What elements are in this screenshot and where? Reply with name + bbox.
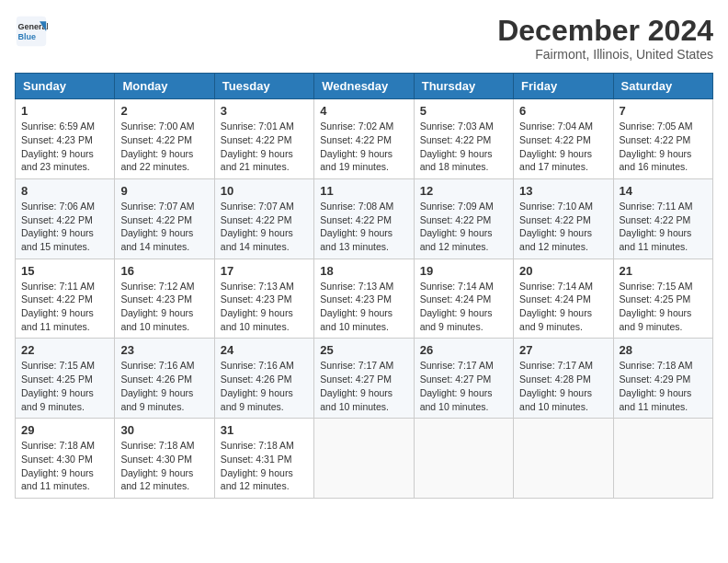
day-number: 30 (120, 423, 208, 437)
day-of-week-header: Saturday (613, 74, 712, 99)
calendar-cell: 29Sunrise: 7:18 AMSunset: 4:30 PMDayligh… (16, 419, 115, 499)
calendar-cell: 23Sunrise: 7:16 AMSunset: 4:26 PMDayligh… (115, 339, 214, 419)
day-number: 20 (519, 264, 607, 278)
day-number: 28 (620, 343, 707, 357)
day-number: 18 (320, 264, 407, 278)
calendar-cell: 7Sunrise: 7:05 AMSunset: 4:22 PMDaylight… (613, 99, 712, 179)
day-number: 27 (519, 343, 607, 357)
calendar-cell: 22Sunrise: 7:15 AMSunset: 4:25 PMDayligh… (16, 339, 115, 419)
calendar-cell (613, 419, 712, 499)
day-number: 21 (620, 264, 707, 278)
day-info: Sunrise: 7:06 AMSunset: 4:22 PMDaylight:… (21, 200, 108, 254)
day-info: Sunrise: 7:04 AMSunset: 4:22 PMDaylight:… (519, 120, 607, 174)
day-info: Sunrise: 7:14 AMSunset: 4:24 PMDaylight:… (519, 280, 607, 334)
day-info: Sunrise: 7:09 AMSunset: 4:22 PMDaylight:… (420, 200, 507, 254)
day-number: 11 (320, 184, 407, 198)
calendar-cell: 27Sunrise: 7:17 AMSunset: 4:28 PMDayligh… (514, 339, 613, 419)
day-info: Sunrise: 6:59 AMSunset: 4:23 PMDaylight:… (21, 120, 108, 174)
day-info: Sunrise: 7:13 AMSunset: 4:23 PMDaylight:… (320, 280, 407, 334)
calendar-cell: 3Sunrise: 7:01 AMSunset: 4:22 PMDaylight… (214, 99, 313, 179)
calendar-cell (414, 419, 513, 499)
svg-text:Blue: Blue (18, 32, 37, 41)
day-number: 25 (320, 343, 407, 357)
day-number: 26 (420, 343, 507, 357)
day-info: Sunrise: 7:07 AMSunset: 4:22 PMDaylight:… (120, 200, 208, 254)
day-info: Sunrise: 7:12 AMSunset: 4:23 PMDaylight:… (120, 280, 208, 334)
calendar-cell: 6Sunrise: 7:04 AMSunset: 4:22 PMDaylight… (514, 99, 613, 179)
calendar-cell: 25Sunrise: 7:17 AMSunset: 4:27 PMDayligh… (314, 339, 414, 419)
day-number: 16 (120, 264, 208, 278)
logo-icon: General Blue (15, 15, 48, 48)
day-of-week-header: Tuesday (214, 74, 313, 99)
calendar-table: SundayMondayTuesdayWednesdayThursdayFrid… (15, 73, 713, 499)
calendar-week-row: 15Sunrise: 7:11 AMSunset: 4:22 PMDayligh… (16, 259, 713, 339)
day-info: Sunrise: 7:16 AMSunset: 4:26 PMDaylight:… (221, 359, 308, 413)
calendar-cell: 24Sunrise: 7:16 AMSunset: 4:26 PMDayligh… (214, 339, 313, 419)
calendar-cell: 1Sunrise: 6:59 AMSunset: 4:23 PMDaylight… (16, 99, 115, 179)
day-number: 4 (320, 104, 407, 118)
day-info: Sunrise: 7:11 AMSunset: 4:22 PMDaylight:… (21, 280, 108, 334)
day-number: 9 (120, 184, 208, 198)
calendar-cell: 4Sunrise: 7:02 AMSunset: 4:22 PMDaylight… (314, 99, 414, 179)
day-info: Sunrise: 7:15 AMSunset: 4:25 PMDaylight:… (620, 280, 707, 334)
calendar-week-row: 1Sunrise: 6:59 AMSunset: 4:23 PMDaylight… (16, 99, 713, 179)
day-number: 8 (21, 184, 108, 198)
month-title: December 2024 (497, 15, 713, 47)
calendar-header-row: SundayMondayTuesdayWednesdayThursdayFrid… (16, 74, 713, 99)
day-of-week-header: Friday (514, 74, 613, 99)
day-number: 7 (620, 104, 707, 118)
calendar-cell: 19Sunrise: 7:14 AMSunset: 4:24 PMDayligh… (414, 259, 513, 339)
calendar-cell: 18Sunrise: 7:13 AMSunset: 4:23 PMDayligh… (314, 259, 414, 339)
calendar-cell: 8Sunrise: 7:06 AMSunset: 4:22 PMDaylight… (16, 178, 115, 259)
day-number: 10 (221, 184, 308, 198)
day-number: 1 (21, 104, 108, 118)
calendar-cell (514, 419, 613, 499)
day-info: Sunrise: 7:18 AMSunset: 4:30 PMDaylight:… (21, 439, 108, 493)
calendar-cell: 20Sunrise: 7:14 AMSunset: 4:24 PMDayligh… (514, 259, 613, 339)
day-number: 13 (519, 184, 607, 198)
page-header: General Blue December 2024 Fairmont, Ill… (15, 15, 713, 62)
day-number: 12 (420, 184, 507, 198)
day-of-week-header: Monday (115, 74, 214, 99)
day-info: Sunrise: 7:15 AMSunset: 4:25 PMDaylight:… (21, 359, 108, 413)
calendar-cell: 21Sunrise: 7:15 AMSunset: 4:25 PMDayligh… (613, 259, 712, 339)
day-info: Sunrise: 7:01 AMSunset: 4:22 PMDaylight:… (221, 120, 308, 174)
day-info: Sunrise: 7:16 AMSunset: 4:26 PMDaylight:… (120, 359, 208, 413)
day-of-week-header: Wednesday (314, 74, 414, 99)
calendar-cell: 9Sunrise: 7:07 AMSunset: 4:22 PMDaylight… (115, 178, 214, 259)
calendar-cell: 10Sunrise: 7:07 AMSunset: 4:22 PMDayligh… (214, 178, 313, 259)
day-info: Sunrise: 7:17 AMSunset: 4:28 PMDaylight:… (519, 359, 607, 413)
day-number: 5 (420, 104, 507, 118)
calendar-week-row: 22Sunrise: 7:15 AMSunset: 4:25 PMDayligh… (16, 339, 713, 419)
day-info: Sunrise: 7:17 AMSunset: 4:27 PMDaylight:… (320, 359, 407, 413)
calendar-cell: 12Sunrise: 7:09 AMSunset: 4:22 PMDayligh… (414, 178, 513, 259)
day-number: 23 (120, 343, 208, 357)
day-number: 15 (21, 264, 108, 278)
day-number: 24 (221, 343, 308, 357)
calendar-week-row: 8Sunrise: 7:06 AMSunset: 4:22 PMDaylight… (16, 178, 713, 259)
day-of-week-header: Thursday (414, 74, 513, 99)
day-number: 31 (221, 423, 308, 437)
calendar-cell: 31Sunrise: 7:18 AMSunset: 4:31 PMDayligh… (214, 419, 313, 499)
day-info: Sunrise: 7:08 AMSunset: 4:22 PMDaylight:… (320, 200, 407, 254)
day-info: Sunrise: 7:13 AMSunset: 4:23 PMDaylight:… (221, 280, 308, 334)
day-number: 2 (120, 104, 208, 118)
calendar-cell: 15Sunrise: 7:11 AMSunset: 4:22 PMDayligh… (16, 259, 115, 339)
calendar-cell (314, 419, 414, 499)
day-info: Sunrise: 7:11 AMSunset: 4:22 PMDaylight:… (620, 200, 707, 254)
calendar-cell: 11Sunrise: 7:08 AMSunset: 4:22 PMDayligh… (314, 178, 414, 259)
calendar-cell: 30Sunrise: 7:18 AMSunset: 4:30 PMDayligh… (115, 419, 214, 499)
calendar-cell: 14Sunrise: 7:11 AMSunset: 4:22 PMDayligh… (613, 178, 712, 259)
day-number: 29 (21, 423, 108, 437)
calendar-cell: 17Sunrise: 7:13 AMSunset: 4:23 PMDayligh… (214, 259, 313, 339)
calendar-cell: 26Sunrise: 7:17 AMSunset: 4:27 PMDayligh… (414, 339, 513, 419)
day-info: Sunrise: 7:17 AMSunset: 4:27 PMDaylight:… (420, 359, 507, 413)
day-info: Sunrise: 7:18 AMSunset: 4:31 PMDaylight:… (221, 439, 308, 493)
day-number: 19 (420, 264, 507, 278)
calendar-cell: 13Sunrise: 7:10 AMSunset: 4:22 PMDayligh… (514, 178, 613, 259)
day-info: Sunrise: 7:10 AMSunset: 4:22 PMDaylight:… (519, 200, 607, 254)
logo: General Blue (15, 15, 48, 48)
day-info: Sunrise: 7:05 AMSunset: 4:22 PMDaylight:… (620, 120, 707, 174)
day-number: 17 (221, 264, 308, 278)
day-number: 22 (21, 343, 108, 357)
